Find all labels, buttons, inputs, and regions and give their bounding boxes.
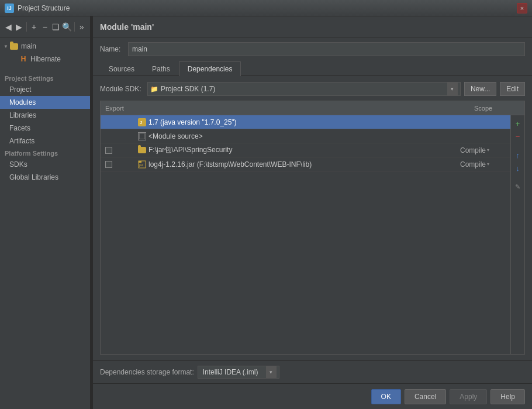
copy-button[interactable]: ❏: [51, 20, 61, 33]
module-header: Module 'main': [93, 16, 532, 37]
dep-row-spring-security[interactable]: F:\jar包\API\SpringSecurity Compile ▾: [101, 143, 510, 157]
sidebar-item-modules[interactable]: Modules: [0, 96, 90, 109]
sdk-select-icon: 📁: [150, 85, 158, 93]
sidebar-tree: ▼ main H Hibernate Project Settings Proj…: [0, 37, 90, 409]
jdk-icon: J: [138, 118, 146, 126]
dep-export-spring-security: [101, 147, 136, 154]
dep-scope-spring-security[interactable]: Compile ▾: [458, 146, 510, 154]
remove-button[interactable]: −: [40, 20, 50, 33]
sidebar-item-sdks[interactable]: SDKs: [0, 158, 90, 171]
sidebar-item-facets[interactable]: Facets: [0, 122, 90, 135]
sidebar-item-artifacts[interactable]: Artifacts: [0, 135, 90, 147]
move-down-button[interactable]: ↓: [512, 162, 524, 174]
dep-name-log4j-label: log4j-1.2.16.jar (F:\tstsmp\WebContent\W…: [148, 160, 312, 169]
remove-dep-button[interactable]: −: [512, 130, 524, 142]
toolbar-separator-2: [74, 22, 75, 32]
tree-arrow-main: ▼: [2, 43, 9, 50]
col-scope: Scope: [472, 105, 524, 112]
sidebar-item-project-label: Project: [9, 85, 31, 94]
deps-table-with-actions: J 1.7 (java version "1.7.0_25"): [101, 115, 524, 354]
edit-dep-button[interactable]: ✎: [512, 181, 524, 193]
col-export: Export: [101, 105, 136, 112]
dep-row-module-source[interactable]: <Module source>: [101, 129, 510, 143]
cancel-button[interactable]: Cancel: [405, 389, 446, 404]
scope-dropdown-spring[interactable]: Compile ▾: [460, 146, 489, 154]
storage-arrow: ▾: [266, 366, 277, 378]
sdk-new-button[interactable]: New...: [464, 82, 496, 96]
tabs-bar: Sources Paths Dependencies: [93, 61, 532, 76]
svg-rect-2: [139, 133, 145, 139]
dep-name-spring-security-label: F:\jar包\API\SpringSecurity: [148, 145, 232, 155]
module-title: Module 'main': [100, 22, 154, 32]
sdk-dropdown-arrow: ▾: [447, 83, 458, 95]
folder-icon-main: [9, 42, 19, 51]
ok-button[interactable]: OK: [371, 389, 401, 404]
dep-export-log4j: [101, 161, 136, 168]
sdk-select-inner: 📁 Project SDK (1.7): [150, 85, 447, 93]
sidebar: ◀ ▶ + − ❏ 🔍 » ▼ main H: [0, 16, 91, 409]
more-button[interactable]: »: [77, 20, 87, 33]
dep-name-jdk17: J 1.7 (java version "1.7.0_25"): [136, 118, 458, 126]
dep-name-module-source: <Module source>: [136, 132, 458, 140]
deps-table-body: J 1.7 (java version "1.7.0_25"): [101, 115, 510, 354]
dep-row-jdk17[interactable]: J 1.7 (java version "1.7.0_25"): [101, 115, 510, 129]
svg-rect-4: [139, 161, 141, 163]
scope-text-spring: Compile: [460, 146, 486, 154]
platform-settings-header: Platform Settings: [0, 147, 90, 158]
main-container: ◀ ▶ + − ❏ 🔍 » ▼ main H: [0, 16, 532, 409]
tab-paths[interactable]: Paths: [143, 61, 179, 76]
svg-text:jar: jar: [139, 163, 143, 167]
name-row: Name:: [93, 37, 532, 61]
tree-label-hibernate: Hibernate: [30, 55, 61, 63]
tree-item-hibernate[interactable]: H Hibernate: [0, 53, 90, 66]
deps-actions: + − ↑ ↓ ✎: [510, 115, 524, 354]
dep-name-module-source-label: <Module source>: [148, 132, 203, 140]
search-button[interactable]: 🔍: [62, 20, 72, 33]
export-checkbox-spring[interactable]: [105, 147, 112, 154]
sdk-edit-button[interactable]: Edit: [500, 82, 525, 96]
tree-label-main: main: [21, 42, 36, 50]
nav-forward-button[interactable]: ▶: [15, 20, 25, 33]
tab-sources[interactable]: Sources: [100, 61, 143, 76]
tree-arrow-hibernate: [12, 56, 19, 63]
help-button[interactable]: Help: [490, 389, 525, 404]
apply-button[interactable]: Apply: [450, 389, 487, 404]
dep-row-log4j[interactable]: jar log4j-1.2.16.jar (F:\tstsmp\WebConte…: [101, 157, 510, 171]
module-source-icon: [138, 132, 146, 140]
sdk-select[interactable]: 📁 Project SDK (1.7) ▾: [147, 82, 461, 96]
project-settings-header: Project Settings: [0, 73, 90, 83]
dep-name-log4j: jar log4j-1.2.16.jar (F:\tstsmp\WebConte…: [136, 160, 458, 169]
sdk-label: Module SDK:: [100, 85, 144, 93]
sidebar-item-global-libraries[interactable]: Global Libraries: [0, 171, 90, 184]
add-button[interactable]: +: [29, 20, 39, 33]
bottom-bar: OK Cancel Apply Help: [93, 383, 532, 409]
tab-content-dependencies: Module SDK: 📁 Project SDK (1.7) ▾ New...…: [93, 76, 532, 360]
deps-table: Export Scope J: [100, 101, 525, 355]
sidebar-item-modules-label: Modules: [9, 98, 36, 106]
svg-text:J: J: [140, 121, 142, 125]
name-input[interactable]: [128, 42, 525, 56]
nav-back-button[interactable]: ◀: [4, 20, 13, 33]
storage-select[interactable]: IntelliJ IDEA (.iml) ▾: [198, 366, 279, 379]
add-dep-button[interactable]: +: [512, 118, 524, 129]
scope-dropdown-log4j[interactable]: Compile ▾: [460, 160, 489, 169]
tab-dependencies[interactable]: Dependencies: [179, 61, 241, 76]
tree-item-main[interactable]: ▼ main: [0, 40, 90, 53]
sidebar-item-project[interactable]: Project: [0, 83, 90, 96]
deps-table-header: Export Scope: [101, 101, 524, 115]
sidebar-item-libraries[interactable]: Libraries: [0, 109, 90, 122]
close-button[interactable]: ×: [517, 3, 527, 13]
sidebar-item-global-libraries-label: Global Libraries: [9, 173, 58, 181]
dep-name-spring-security: F:\jar包\API\SpringSecurity: [136, 145, 458, 155]
storage-value: IntelliJ IDEA (.iml): [201, 368, 266, 376]
scope-text-log4j: Compile: [460, 160, 486, 169]
export-checkbox-log4j[interactable]: [105, 161, 112, 168]
spring-security-folder-icon: [138, 147, 146, 153]
scope-arrow-spring: ▾: [487, 147, 489, 153]
dep-scope-log4j[interactable]: Compile ▾: [458, 160, 510, 169]
sidebar-item-artifacts-label: Artifacts: [9, 137, 34, 145]
window-title: Project Structure: [18, 4, 517, 12]
sidebar-item-libraries-label: Libraries: [9, 111, 36, 119]
move-up-button[interactable]: ↑: [512, 149, 524, 161]
hibernate-icon: H: [19, 54, 28, 64]
